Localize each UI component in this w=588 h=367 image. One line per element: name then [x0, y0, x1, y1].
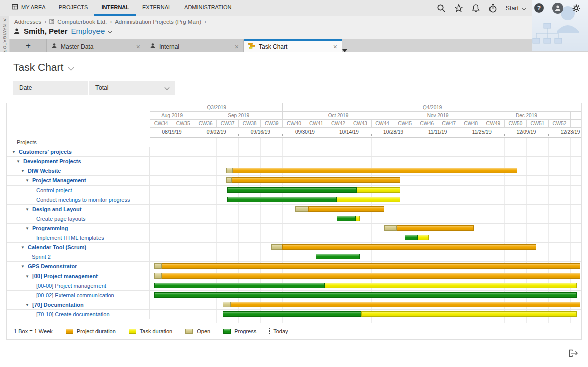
- close-icon[interactable]: ×: [333, 43, 337, 50]
- breadcrumb-link[interactable]: Computerbook Ltd.: [57, 19, 107, 25]
- bar-progress[interactable]: [337, 216, 355, 221]
- close-icon[interactable]: ×: [235, 43, 239, 50]
- bar-progress[interactable]: [154, 283, 325, 288]
- bar-project[interactable]: [308, 206, 384, 212]
- bar-project[interactable]: [231, 302, 580, 307]
- tab-task-chart[interactable]: Task Chart×: [244, 39, 342, 52]
- close-icon[interactable]: ×: [136, 43, 140, 50]
- settings-gear-icon[interactable]: [572, 4, 581, 13]
- bar-project[interactable]: [162, 263, 580, 269]
- tree-item[interactable]: Implement HTML templates: [7, 233, 150, 242]
- month-cell: Aug 2019: [150, 112, 194, 119]
- bar-project[interactable]: [233, 168, 517, 173]
- row-timeline: [150, 166, 581, 175]
- bar-open[interactable]: [226, 168, 233, 173]
- tree-item-label: Control project: [36, 187, 72, 193]
- bar-project[interactable]: [397, 225, 474, 231]
- tree-item[interactable]: Control project: [7, 186, 150, 195]
- bar-task[interactable]: [357, 187, 400, 193]
- date-tick-icon: [416, 134, 416, 136]
- collapse-triangle-icon[interactable]: ▼: [25, 178, 30, 183]
- date-tick-icon: [371, 134, 372, 136]
- tree-item[interactable]: ▼Customers' projects: [7, 147, 150, 156]
- bar-task[interactable]: [418, 235, 429, 240]
- bar-task[interactable]: [361, 311, 577, 317]
- total-filter-dropdown[interactable]: Total: [89, 81, 175, 95]
- export-icon[interactable]: [568, 349, 579, 360]
- menu-item-my-area[interactable]: MY AREA: [5, 0, 52, 16]
- bar-open[interactable]: [295, 206, 308, 212]
- breadcrumb-link[interactable]: Addresses: [14, 19, 41, 25]
- tree-item[interactable]: ▼Design and Layout: [7, 205, 150, 214]
- title-dropdown-icon[interactable]: [68, 64, 75, 71]
- gantt-body: Projects ▼Customers' projects▼Developmen…: [7, 138, 581, 323]
- tree-item[interactable]: Sprint 2: [7, 252, 150, 261]
- date-tick-icon: [548, 134, 549, 136]
- menu-item-projects[interactable]: PROJECTS: [52, 0, 95, 16]
- role-dropdown[interactable]: Employee: [71, 27, 112, 35]
- bar-progress[interactable]: [154, 292, 577, 298]
- navigator-expand-icon[interactable]: >: [3, 18, 6, 23]
- tree-item[interactable]: [70-10] Create documentation: [7, 310, 150, 319]
- menu-item-external[interactable]: EXTERNAL: [136, 0, 178, 16]
- bar-project[interactable]: [282, 244, 536, 250]
- collapse-triangle-icon[interactable]: ▼: [25, 303, 30, 307]
- bar-task[interactable]: [325, 283, 577, 288]
- bar-open[interactable]: [226, 177, 232, 183]
- tree-item[interactable]: ▼DIW Website: [7, 166, 150, 175]
- new-tab-button[interactable]: +: [10, 39, 47, 52]
- bar-open[interactable]: [271, 244, 282, 250]
- bar-progress[interactable]: [316, 254, 360, 259]
- bar-open[interactable]: [154, 263, 162, 269]
- tree-item[interactable]: Create page layouts: [7, 214, 150, 223]
- collapse-triangle-icon[interactable]: ▼: [21, 264, 25, 269]
- help-icon[interactable]: ?: [534, 3, 544, 13]
- tree-item[interactable]: ▼[00] Project management: [7, 271, 150, 281]
- collapse-triangle-icon[interactable]: ▼: [12, 150, 16, 154]
- start-menu-button[interactable]: Start: [506, 5, 526, 12]
- tree-item[interactable]: [00-00] Project management: [7, 281, 150, 290]
- collapse-triangle-icon[interactable]: ▼: [21, 245, 25, 250]
- collapse-triangle-icon[interactable]: ▼: [25, 226, 30, 231]
- collapse-triangle-icon[interactable]: ▼: [16, 159, 21, 164]
- gantt-chart: Q3/2019Q4/2019 Aug 2019Sep 2019Oct 2019N…: [6, 103, 582, 340]
- collapse-triangle-icon[interactable]: ▼: [25, 274, 30, 279]
- favorites-star-icon[interactable]: [454, 4, 463, 12]
- bar-progress[interactable]: [227, 197, 337, 202]
- date-row: 08/19/1909/02/1909/16/1909/30/1910/14/19…: [150, 128, 581, 138]
- tree-item[interactable]: ▼Programming: [7, 224, 150, 233]
- tree-item[interactable]: ▼Calendar Tool (Scrum): [7, 243, 150, 252]
- tab-internal[interactable]: Internal×: [145, 39, 244, 52]
- search-icon[interactable]: [437, 4, 446, 13]
- notifications-bell-icon[interactable]: [472, 4, 480, 13]
- breadcrumb-link[interactable]: Administration Projects (Prg Man): [115, 19, 201, 25]
- bar-progress[interactable]: [223, 311, 361, 317]
- month-cell: Dec 2019: [482, 112, 570, 119]
- collapse-triangle-icon[interactable]: ▼: [21, 169, 25, 173]
- menu-item-internal[interactable]: INTERNAL: [94, 0, 136, 16]
- tree-item[interactable]: ▼[70] Documentation: [7, 300, 150, 309]
- bar-progress[interactable]: [405, 235, 418, 240]
- bar-progress[interactable]: [227, 187, 357, 193]
- collapse-triangle-icon[interactable]: ▼: [25, 207, 30, 212]
- tree-item[interactable]: [00-02] External communication: [7, 291, 150, 300]
- time-tracking-icon[interactable]: [488, 4, 497, 13]
- bar-project[interactable]: [162, 273, 580, 279]
- bar-open[interactable]: [223, 302, 230, 307]
- date-filter[interactable]: Date: [13, 81, 88, 95]
- chevron-down-icon: [108, 29, 113, 34]
- tree-item[interactable]: ▼Development Projects: [7, 157, 150, 166]
- bar-open[interactable]: [384, 225, 397, 231]
- bar-task[interactable]: [356, 216, 360, 221]
- tab-master-data[interactable]: Master Data×: [47, 39, 145, 52]
- bar-open[interactable]: [154, 273, 162, 279]
- bar-task[interactable]: [337, 197, 400, 202]
- menu-item-administration[interactable]: ADMINISTRATION: [178, 0, 238, 16]
- tree-item[interactable]: Conduct meetings to monitor progress: [7, 195, 150, 204]
- bar-project[interactable]: [232, 177, 400, 183]
- tree-item[interactable]: ▼GPS Demonstrator: [7, 262, 150, 271]
- tree-item[interactable]: ▼Project Management: [7, 176, 150, 185]
- legend-items: Project durationTask durationOpenProgres…: [66, 328, 288, 334]
- avatar[interactable]: [552, 3, 563, 14]
- legend-label: Today: [273, 328, 288, 334]
